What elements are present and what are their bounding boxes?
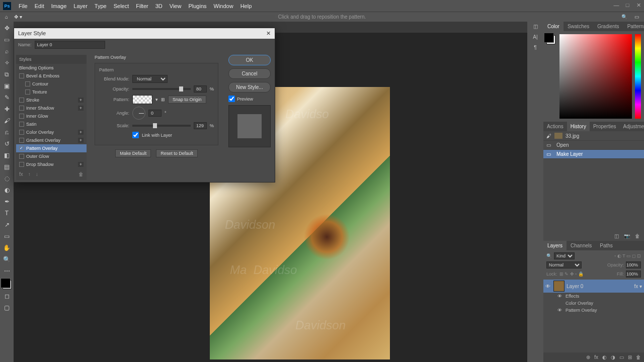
- style-color-overlay[interactable]: Color Overlay+: [16, 128, 87, 136]
- libraries-icon[interactable]: ◫: [533, 24, 538, 29]
- pattern-swatch[interactable]: [132, 95, 152, 104]
- minimize-icon[interactable]: —: [613, 2, 620, 9]
- add-effect-icon[interactable]: +: [78, 106, 84, 111]
- quickmask-tool[interactable]: ◻: [3, 292, 12, 301]
- add-effect-icon[interactable]: +: [78, 162, 84, 167]
- history-item[interactable]: ▭Open: [543, 141, 644, 150]
- menu-layer[interactable]: Layer: [70, 3, 91, 9]
- new-style-button[interactable]: New Style...: [228, 82, 271, 93]
- color-field[interactable]: [559, 34, 632, 119]
- para-icon[interactable]: ¶: [534, 45, 536, 50]
- tab-gradients[interactable]: Gradients: [593, 22, 623, 31]
- mask-icon[interactable]: ◐: [602, 354, 607, 360]
- menu-filter[interactable]: Filter: [132, 3, 151, 9]
- delete-layer-icon[interactable]: 🗑: [636, 354, 641, 360]
- tab-history[interactable]: History: [567, 122, 590, 131]
- style-bevel-emboss[interactable]: Bevel & Emboss: [16, 72, 87, 80]
- opacity-slider[interactable]: [132, 88, 191, 90]
- stamp-tool[interactable]: ⎌: [3, 128, 12, 137]
- fg-bg-swatch[interactable]: [546, 35, 555, 44]
- style-texture[interactable]: Texture: [16, 88, 87, 96]
- layer-name-input[interactable]: [35, 41, 105, 49]
- style-satin[interactable]: Satin: [16, 120, 87, 128]
- color-picker[interactable]: [543, 31, 644, 122]
- link-layers-icon[interactable]: ⊕: [586, 354, 590, 360]
- style-inner-glow[interactable]: Inner Glow: [16, 112, 87, 120]
- effects-row[interactable]: 👁Effects: [543, 293, 644, 300]
- blend-mode-select[interactable]: Normal: [132, 75, 168, 83]
- eraser-tool[interactable]: ◧: [3, 151, 12, 160]
- menu-3d[interactable]: 3D: [152, 3, 166, 9]
- screenmode-tool[interactable]: ▢: [3, 303, 12, 312]
- menu-file[interactable]: File: [15, 3, 31, 9]
- menu-select[interactable]: Select: [110, 3, 133, 9]
- layer-kind-select[interactable]: Kind: [554, 252, 575, 259]
- eyedropper-tool[interactable]: ✎: [3, 93, 12, 102]
- reset-default-button[interactable]: Reset to Default: [156, 149, 198, 157]
- make-default-button[interactable]: Make Default: [115, 149, 151, 157]
- menu-help[interactable]: Help: [237, 3, 256, 9]
- move-tool-icon[interactable]: ✥ ▾: [14, 14, 22, 20]
- menu-type[interactable]: Type: [91, 3, 110, 9]
- opacity-input[interactable]: [626, 261, 641, 268]
- snapshot-icon[interactable]: ◫: [614, 233, 619, 239]
- close-icon[interactable]: ✕: [635, 2, 642, 9]
- tab-color[interactable]: Color: [543, 22, 564, 31]
- crop-tool[interactable]: ⧉: [3, 70, 12, 79]
- blend-mode-select[interactable]: Normal: [546, 261, 582, 268]
- effect-item[interactable]: Color Overlay: [543, 300, 644, 307]
- tab-properties[interactable]: Properties: [590, 122, 620, 131]
- shape-tool[interactable]: ▭: [3, 232, 12, 241]
- tab-layers[interactable]: Layers: [543, 241, 567, 250]
- angle-input[interactable]: [148, 110, 162, 117]
- menu-window[interactable]: Window: [210, 3, 237, 9]
- hand-tool[interactable]: ✋: [3, 243, 12, 252]
- tab-swatches[interactable]: Swatches: [564, 22, 593, 31]
- tab-channels[interactable]: Channels: [567, 241, 596, 250]
- workspace-icon[interactable]: ▭: [634, 14, 639, 20]
- visibility-icon[interactable]: 👁: [545, 284, 551, 289]
- tab-adjustments[interactable]: Adjustments: [620, 122, 645, 131]
- menu-image[interactable]: Image: [48, 3, 70, 9]
- angle-dial[interactable]: [132, 107, 145, 120]
- menu-view[interactable]: View: [166, 3, 185, 9]
- new-preset-icon[interactable]: ⊞: [161, 97, 165, 102]
- wand-tool[interactable]: ✧: [3, 58, 12, 67]
- trash-icon[interactable]: 🗑: [78, 171, 84, 177]
- search-icon[interactable]: 🔍: [621, 14, 627, 20]
- style-stroke[interactable]: Stroke+: [16, 96, 87, 104]
- snap-origin-button[interactable]: Snap to Origin: [168, 96, 206, 104]
- style-outer-glow[interactable]: Outer Glow: [16, 152, 87, 160]
- adjustment-icon[interactable]: ◑: [611, 354, 615, 360]
- style-inner-shadow[interactable]: Inner Shadow+: [16, 104, 87, 112]
- down-icon[interactable]: ↓: [36, 171, 38, 177]
- style-drop-shadow[interactable]: Drop Shadow+: [16, 160, 87, 168]
- add-effect-icon[interactable]: +: [78, 98, 84, 103]
- gradient-tool[interactable]: ▤: [3, 162, 12, 171]
- opacity-input[interactable]: [194, 85, 207, 93]
- blur-tool[interactable]: ◌: [3, 174, 12, 183]
- menu-plugins[interactable]: Plugins: [185, 3, 210, 9]
- blending-options-item[interactable]: Blending Options: [16, 64, 87, 72]
- camera-icon[interactable]: 📷: [624, 233, 630, 239]
- history-doc-row[interactable]: 🖌 33.jpg: [543, 131, 644, 141]
- new-layer-icon[interactable]: ⊞: [628, 354, 632, 360]
- style-contour[interactable]: Contour: [16, 80, 87, 88]
- close-dialog-icon[interactable]: ✕: [266, 30, 271, 37]
- preview-checkbox[interactable]: [228, 96, 235, 102]
- effect-item[interactable]: 👁Pattern Overlay: [543, 307, 644, 314]
- zoom-tool[interactable]: 🔍: [3, 255, 12, 264]
- tab-patterns[interactable]: Patterns: [623, 22, 644, 31]
- path-tool[interactable]: ↗: [3, 220, 12, 229]
- home-icon[interactable]: ⌂: [5, 14, 8, 20]
- tab-paths[interactable]: Paths: [596, 241, 617, 250]
- move-tool[interactable]: ✥: [3, 24, 12, 33]
- history-item[interactable]: ▭Make Layer: [543, 150, 644, 159]
- up-icon[interactable]: ↑: [28, 171, 31, 177]
- fx-icon[interactable]: fx: [19, 171, 23, 177]
- scale-slider[interactable]: [132, 125, 191, 127]
- menu-edit[interactable]: Edit: [31, 3, 48, 9]
- style-pattern-overlay[interactable]: Pattern Overlay: [16, 144, 87, 152]
- add-effect-icon[interactable]: +: [78, 138, 84, 143]
- type-tool[interactable]: T: [3, 209, 12, 218]
